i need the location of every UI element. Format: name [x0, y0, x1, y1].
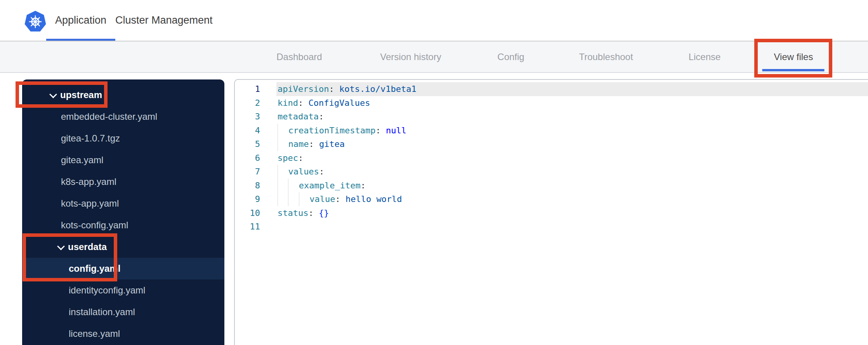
tree-item-label: identityconfig.yaml	[69, 285, 145, 296]
tree-folder-upstream[interactable]: upstream	[22, 84, 224, 106]
tree-file-k8s-app-yaml[interactable]: k8s-app.yaml	[22, 171, 224, 193]
code-line-4: 4creationTimestamp: null	[235, 124, 868, 138]
file-tree-sidebar: upstreamembedded-cluster.yamlgitea-1.0.7…	[22, 79, 224, 345]
indent-guide	[288, 179, 299, 193]
tree-item-label: embedded-cluster.yaml	[61, 111, 157, 122]
code-line-content: metadata:	[276, 110, 868, 124]
code-line-11: 11	[235, 220, 868, 234]
code-line-8: 8example_item:	[235, 179, 868, 193]
tree-file-gitea-yaml[interactable]: gitea.yaml	[22, 149, 224, 171]
code-line-6: 6spec:	[235, 151, 868, 165]
indent-guide	[278, 165, 288, 179]
indent-guide	[299, 192, 309, 206]
app-subnav: DashboardVersion historyConfigTroublesho…	[0, 41, 868, 73]
line-number: 3	[235, 110, 260, 124]
tree-folder-userdata[interactable]: userdata	[22, 236, 224, 258]
line-number: 6	[235, 151, 260, 165]
line-number: 2	[235, 96, 260, 110]
line-number: 9	[235, 192, 260, 206]
code-line-1: 1apiVersion: kots.io/v1beta1	[235, 82, 868, 96]
kots-admin-console: ApplicationCluster Management DashboardV…	[0, 0, 868, 345]
kubernetes-logo-icon	[24, 10, 46, 33]
tree-item-label: gitea.yaml	[61, 155, 103, 166]
line-number: 1	[235, 82, 260, 96]
tree-item-label: k8s-app.yaml	[61, 176, 116, 187]
line-number: 7	[235, 165, 260, 179]
tree-file-license-yaml[interactable]: license.yaml	[22, 323, 224, 345]
indent-guide	[278, 179, 288, 193]
indent-guide	[278, 137, 288, 151]
tree-file-gitea-1-0-7-tgz[interactable]: gitea-1.0.7.tgz	[22, 128, 224, 149]
code-line-5: 5name: gitea	[235, 137, 868, 151]
code-line-content: spec:	[276, 151, 868, 165]
code-line-content: kind: ConfigValues	[276, 96, 868, 110]
indent-guide	[278, 192, 288, 206]
tree-file-embedded-cluster-yaml[interactable]: embedded-cluster.yaml	[22, 106, 224, 128]
chevron-down-icon	[49, 91, 57, 98]
code-line-9: 9value: hello world	[235, 192, 868, 206]
indent-guide	[288, 192, 299, 206]
line-number: 8	[235, 179, 260, 193]
code-line-content: values:	[276, 165, 868, 179]
tab-dashboard[interactable]: Dashboard	[276, 41, 322, 72]
header-tab-cluster-management[interactable]: Cluster Management	[115, 0, 213, 41]
tree-item-label: userdata	[68, 242, 107, 252]
tab-view-files[interactable]: View files	[774, 41, 813, 72]
code-line-content: apiVersion: kots.io/v1beta1	[276, 82, 868, 96]
code-line-content: name: gitea	[276, 137, 868, 151]
tree-item-label: installation.yaml	[69, 307, 135, 317]
tree-item-label: config.yaml	[69, 263, 120, 274]
line-number: 5	[235, 137, 260, 151]
code-line-content: example_item:	[276, 179, 868, 193]
line-number: 11	[235, 220, 260, 234]
header-tab-application[interactable]: Application	[55, 0, 106, 41]
code-line-content: status: {}	[276, 206, 868, 220]
tab-troubleshoot[interactable]: Troubleshoot	[579, 41, 633, 72]
tree-file-installation-yaml[interactable]: installation.yaml	[22, 301, 224, 323]
app-header: ApplicationCluster Management	[0, 0, 868, 41]
tree-item-label: license.yaml	[69, 328, 120, 339]
code-editor[interactable]: 1apiVersion: kots.io/v1beta12kind: Confi…	[234, 79, 868, 345]
tree-file-config-yaml[interactable]: config.yaml	[22, 258, 224, 279]
code-line-2: 2kind: ConfigValues	[235, 96, 868, 110]
tree-item-label: upstream	[60, 90, 102, 100]
code-line-content: creationTimestamp: null	[276, 124, 868, 138]
chevron-down-icon	[57, 243, 65, 250]
code-line-content	[276, 220, 868, 234]
code-line-7: 7values:	[235, 165, 868, 179]
code-line-content: value: hello world	[276, 192, 868, 206]
tree-item-label: kots-app.yaml	[61, 198, 119, 209]
tree-file-kots-config-yaml[interactable]: kots-config.yaml	[22, 214, 224, 236]
tab-license[interactable]: License	[689, 41, 721, 72]
line-number: 4	[235, 124, 260, 138]
tab-version-history[interactable]: Version history	[380, 41, 441, 72]
tree-item-label: gitea-1.0.7.tgz	[61, 133, 120, 144]
indent-guide	[278, 124, 288, 138]
tree-file-identityconfig-yaml[interactable]: identityconfig.yaml	[22, 279, 224, 301]
tab-config[interactable]: Config	[497, 41, 524, 72]
code-line-3: 3metadata:	[235, 110, 868, 124]
line-number: 10	[235, 206, 260, 220]
code-line-10: 10status: {}	[235, 206, 868, 220]
tree-file-kots-app-yaml[interactable]: kots-app.yaml	[22, 193, 224, 214]
tree-item-label: kots-config.yaml	[61, 220, 128, 231]
